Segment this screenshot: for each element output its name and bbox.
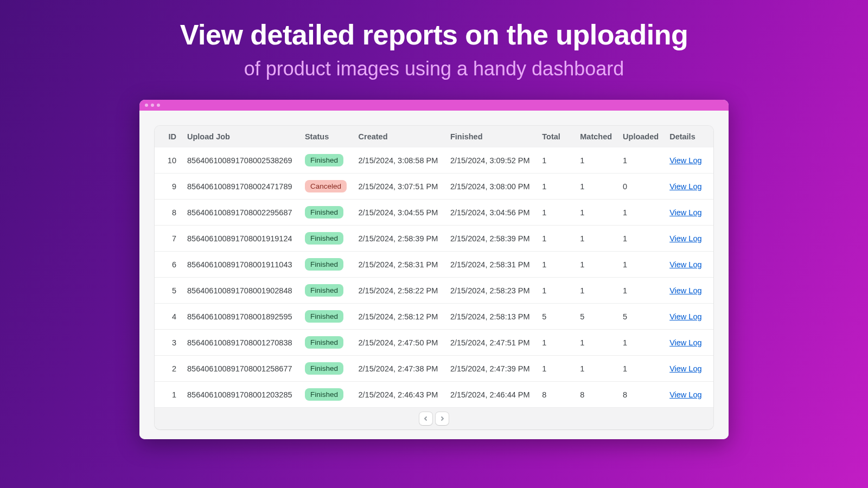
cell-matched: 1: [575, 330, 617, 356]
cell-uploaded: 1: [617, 356, 664, 382]
headline-subtitle: of product images using a handy dashboar…: [0, 57, 868, 80]
cell-finished: 2/15/2024, 2:47:39 PM: [445, 356, 537, 382]
table-row: 5856406100891708001902848Finished2/15/20…: [155, 278, 713, 304]
cell-created: 2/15/2024, 2:58:12 PM: [353, 304, 445, 330]
table-row: 3856406100891708001270838Finished2/15/20…: [155, 330, 713, 356]
status-badge: Finished: [305, 310, 343, 323]
cell-id: 2: [155, 356, 182, 382]
view-log-link[interactable]: View Log: [669, 390, 701, 399]
cell-status: Finished: [299, 330, 353, 356]
cell-matched: 1: [575, 200, 617, 226]
window-content: ID Upload Job Status Created Finished To…: [139, 111, 729, 439]
cell-upload-job: 856406100891708001258677: [182, 356, 299, 382]
cell-details: View Log: [664, 200, 713, 226]
view-log-link[interactable]: View Log: [669, 364, 701, 373]
cell-uploaded: 8: [617, 382, 664, 408]
cell-upload-job: 856406100891708002295687: [182, 200, 299, 226]
cell-total: 1: [537, 200, 575, 226]
status-badge: Canceled: [305, 180, 347, 192]
cell-matched: 8: [575, 382, 617, 408]
table-row: 1856406100891708001203285Finished2/15/20…: [155, 382, 713, 408]
cell-details: View Log: [664, 356, 713, 382]
cell-status: Finished: [299, 382, 353, 408]
view-log-link[interactable]: View Log: [669, 182, 701, 191]
cell-created: 2/15/2024, 3:04:55 PM: [353, 200, 445, 226]
cell-uploaded: 1: [617, 330, 664, 356]
cell-upload-job: 856406100891708001892595: [182, 304, 299, 330]
cell-uploaded: 1: [617, 226, 664, 252]
status-badge: Finished: [305, 284, 343, 297]
cell-total: 5: [537, 304, 575, 330]
table-row: 10856406100891708002538269Finished2/15/2…: [155, 147, 713, 174]
cell-id: 8: [155, 200, 182, 226]
view-log-link[interactable]: View Log: [669, 234, 701, 243]
cell-details: View Log: [664, 278, 713, 304]
cell-id: 10: [155, 147, 182, 174]
app-window: ID Upload Job Status Created Finished To…: [139, 100, 729, 439]
col-header-id: ID: [155, 126, 182, 147]
cell-id: 9: [155, 174, 182, 200]
cell-upload-job: 856406100891708001270838: [182, 330, 299, 356]
cell-finished: 2/15/2024, 2:58:31 PM: [445, 252, 537, 278]
traffic-light-dot: [157, 104, 160, 107]
cell-status: Finished: [299, 147, 353, 174]
status-badge: Finished: [305, 336, 343, 349]
cell-details: View Log: [664, 174, 713, 200]
table-header-row: ID Upload Job Status Created Finished To…: [155, 126, 713, 147]
headline-title: View detailed reports on the uploading: [0, 18, 868, 51]
cell-total: 1: [537, 147, 575, 174]
cell-finished: 2/15/2024, 3:08:00 PM: [445, 174, 537, 200]
cell-id: 1: [155, 382, 182, 408]
cell-uploaded: 0: [617, 174, 664, 200]
table-row: 8856406100891708002295687Finished2/15/20…: [155, 200, 713, 226]
pager-next-button[interactable]: [436, 412, 449, 425]
cell-created: 2/15/2024, 3:08:58 PM: [353, 147, 445, 174]
cell-id: 4: [155, 304, 182, 330]
traffic-light-dot: [145, 104, 148, 107]
col-header-total: Total: [537, 126, 575, 147]
cell-matched: 1: [575, 174, 617, 200]
cell-finished: 2/15/2024, 2:47:51 PM: [445, 330, 537, 356]
cell-created: 2/15/2024, 2:58:31 PM: [353, 252, 445, 278]
cell-total: 1: [537, 174, 575, 200]
table-row: 7856406100891708001919124Finished2/15/20…: [155, 226, 713, 252]
status-badge: Finished: [305, 388, 343, 401]
cell-matched: 1: [575, 278, 617, 304]
status-badge: Finished: [305, 232, 343, 245]
cell-finished: 2/15/2024, 3:09:52 PM: [445, 147, 537, 174]
upload-reports-table: ID Upload Job Status Created Finished To…: [155, 126, 713, 407]
col-header-finished: Finished: [445, 126, 537, 147]
pager-prev-button[interactable]: [419, 412, 432, 425]
view-log-link[interactable]: View Log: [669, 260, 701, 269]
view-log-link[interactable]: View Log: [669, 286, 701, 295]
view-log-link[interactable]: View Log: [669, 338, 701, 347]
view-log-link[interactable]: View Log: [669, 208, 701, 217]
marketing-headline: View detailed reports on the uploading o…: [0, 0, 868, 80]
view-log-link[interactable]: View Log: [669, 156, 701, 165]
chevron-left-icon: [423, 415, 429, 423]
col-header-uploaded: Uploaded: [617, 126, 664, 147]
col-header-matched: Matched: [575, 126, 617, 147]
cell-upload-job: 856406100891708002538269: [182, 147, 299, 174]
cell-upload-job: 856406100891708001902848: [182, 278, 299, 304]
cell-matched: 5: [575, 304, 617, 330]
reports-card: ID Upload Job Status Created Finished To…: [155, 126, 713, 429]
table-row: 6856406100891708001911043Finished2/15/20…: [155, 252, 713, 278]
window-titlebar: [139, 100, 729, 111]
cell-status: Canceled: [299, 174, 353, 200]
cell-uploaded: 5: [617, 304, 664, 330]
status-badge: Finished: [305, 154, 343, 166]
cell-upload-job: 856406100891708002471789: [182, 174, 299, 200]
cell-total: 1: [537, 226, 575, 252]
cell-total: 1: [537, 252, 575, 278]
cell-details: View Log: [664, 252, 713, 278]
table-row: 2856406100891708001258677Finished2/15/20…: [155, 356, 713, 382]
view-log-link[interactable]: View Log: [669, 312, 701, 321]
cell-matched: 1: [575, 147, 617, 174]
cell-details: View Log: [664, 226, 713, 252]
cell-finished: 2/15/2024, 2:46:44 PM: [445, 382, 537, 408]
cell-upload-job: 856406100891708001919124: [182, 226, 299, 252]
cell-id: 3: [155, 330, 182, 356]
cell-details: View Log: [664, 382, 713, 408]
cell-status: Finished: [299, 278, 353, 304]
